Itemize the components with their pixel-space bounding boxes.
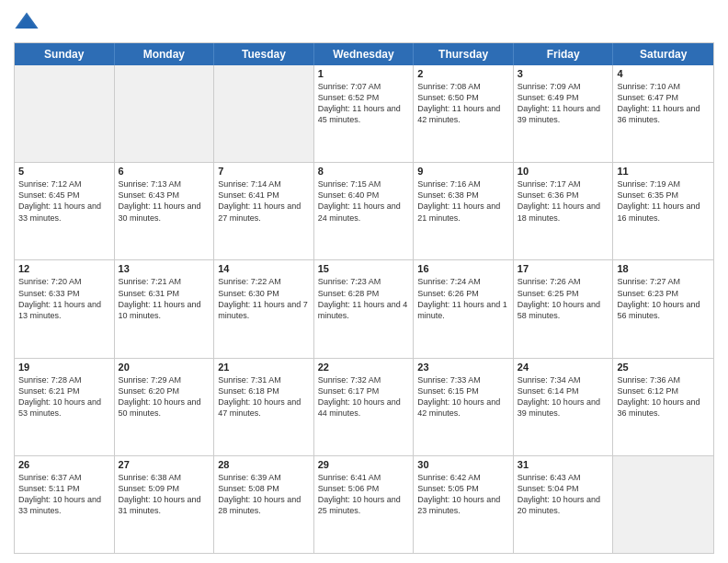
day-number: 24 [518, 362, 609, 373]
calendar-cell: 1Sunrise: 7:07 AM Sunset: 6:52 PM Daylig… [314, 65, 415, 162]
cell-info: Sunrise: 7:20 AM Sunset: 6:33 PM Dayligh… [18, 276, 110, 321]
calendar-row-3: 19Sunrise: 7:28 AM Sunset: 6:21 PM Dayli… [15, 358, 713, 455]
calendar-cell: 21Sunrise: 7:31 AM Sunset: 6:18 PM Dayli… [214, 359, 314, 455]
calendar-cell: 15Sunrise: 7:23 AM Sunset: 6:28 PM Dayli… [314, 260, 415, 357]
calendar-cell: 14Sunrise: 7:22 AM Sunset: 6:30 PM Dayli… [214, 260, 314, 357]
calendar-row-0: 1Sunrise: 7:07 AM Sunset: 6:52 PM Daylig… [15, 65, 713, 162]
cell-info: Sunrise: 7:14 AM Sunset: 6:41 PM Dayligh… [218, 178, 310, 224]
calendar-cell: 26Sunrise: 6:37 AM Sunset: 5:11 PM Dayli… [15, 456, 115, 553]
calendar-cell: 3Sunrise: 7:09 AM Sunset: 6:49 PM Daylig… [514, 65, 614, 162]
calendar-cell: 7Sunrise: 7:14 AM Sunset: 6:41 PM Daylig… [214, 163, 314, 259]
day-number: 27 [119, 459, 210, 470]
cell-info: Sunrise: 7:31 AM Sunset: 6:18 PM Dayligh… [218, 374, 310, 419]
calendar-cell: 17Sunrise: 7:26 AM Sunset: 6:25 PM Dayli… [514, 260, 614, 357]
cell-info: Sunrise: 7:26 AM Sunset: 6:25 PM Dayligh… [518, 276, 609, 321]
calendar-header: SundayMondayTuesdayWednesdayThursdayFrid… [15, 43, 713, 65]
page: SundayMondayTuesdayWednesdayThursdayFrid… [0, 0, 728, 563]
calendar-cell [613, 456, 713, 553]
cell-info: Sunrise: 6:41 AM Sunset: 5:06 PM Dayligh… [318, 472, 410, 517]
cell-info: Sunrise: 7:32 AM Sunset: 6:17 PM Dayligh… [318, 374, 410, 419]
cell-info: Sunrise: 7:22 AM Sunset: 6:30 PM Dayligh… [218, 276, 310, 321]
calendar-cell: 20Sunrise: 7:29 AM Sunset: 6:20 PM Dayli… [115, 359, 215, 455]
cell-info: Sunrise: 7:24 AM Sunset: 6:26 PM Dayligh… [417, 276, 509, 321]
calendar-cell: 12Sunrise: 7:20 AM Sunset: 6:33 PM Dayli… [15, 260, 115, 357]
day-number: 11 [617, 166, 710, 177]
day-number: 12 [18, 263, 110, 274]
day-number: 20 [119, 362, 210, 373]
day-number: 30 [417, 459, 509, 470]
day-number: 4 [617, 68, 710, 79]
calendar: SundayMondayTuesdayWednesdayThursdayFrid… [14, 42, 714, 554]
calendar-cell: 2Sunrise: 7:08 AM Sunset: 6:50 PM Daylig… [414, 65, 514, 162]
calendar-cell: 27Sunrise: 6:38 AM Sunset: 5:09 PM Dayli… [115, 456, 215, 553]
day-number: 10 [518, 166, 609, 177]
day-number: 13 [119, 263, 210, 274]
calendar-cell: 29Sunrise: 6:41 AM Sunset: 5:06 PM Dayli… [314, 456, 415, 553]
cell-info: Sunrise: 6:38 AM Sunset: 5:09 PM Dayligh… [119, 472, 210, 517]
day-number: 6 [119, 166, 210, 177]
calendar-cell: 19Sunrise: 7:28 AM Sunset: 6:21 PM Dayli… [15, 359, 115, 455]
header-day-wednesday: Wednesday [314, 43, 415, 65]
cell-info: Sunrise: 6:39 AM Sunset: 5:08 PM Dayligh… [218, 472, 310, 517]
logo [14, 9, 43, 35]
day-number: 23 [417, 362, 509, 373]
cell-info: Sunrise: 7:19 AM Sunset: 6:35 PM Dayligh… [617, 178, 710, 224]
day-number: 17 [518, 263, 609, 274]
day-number: 22 [318, 362, 410, 373]
cell-info: Sunrise: 7:33 AM Sunset: 6:15 PM Dayligh… [417, 374, 509, 419]
calendar-cell: 13Sunrise: 7:21 AM Sunset: 6:31 PM Dayli… [115, 260, 215, 357]
cell-info: Sunrise: 7:29 AM Sunset: 6:20 PM Dayligh… [119, 374, 210, 419]
day-number: 26 [18, 459, 110, 470]
calendar-cell: 5Sunrise: 7:12 AM Sunset: 6:45 PM Daylig… [15, 163, 115, 259]
day-number: 8 [318, 166, 410, 177]
day-number: 2 [417, 68, 509, 79]
cell-info: Sunrise: 7:12 AM Sunset: 6:45 PM Dayligh… [18, 178, 110, 224]
day-number: 28 [218, 459, 310, 470]
calendar-cell: 25Sunrise: 7:36 AM Sunset: 6:12 PM Dayli… [613, 359, 713, 455]
calendar-cell: 8Sunrise: 7:15 AM Sunset: 6:40 PM Daylig… [314, 163, 415, 259]
calendar-cell: 23Sunrise: 7:33 AM Sunset: 6:15 PM Dayli… [414, 359, 514, 455]
calendar-cell [214, 65, 314, 162]
day-number: 25 [617, 362, 710, 373]
cell-info: Sunrise: 7:27 AM Sunset: 6:23 PM Dayligh… [617, 276, 710, 321]
header-day-monday: Monday [115, 43, 215, 65]
header-day-saturday: Saturday [613, 43, 713, 65]
cell-info: Sunrise: 7:10 AM Sunset: 6:47 PM Dayligh… [617, 81, 710, 126]
header-day-thursday: Thursday [414, 43, 514, 65]
cell-info: Sunrise: 7:08 AM Sunset: 6:50 PM Dayligh… [417, 81, 509, 126]
header-day-sunday: Sunday [15, 43, 115, 65]
cell-info: Sunrise: 7:28 AM Sunset: 6:21 PM Dayligh… [18, 374, 110, 419]
calendar-cell: 10Sunrise: 7:17 AM Sunset: 6:36 PM Dayli… [514, 163, 614, 259]
logo-icon [14, 9, 40, 35]
day-number: 3 [518, 68, 609, 79]
day-number: 14 [218, 263, 310, 274]
calendar-row-4: 26Sunrise: 6:37 AM Sunset: 5:11 PM Dayli… [15, 455, 713, 553]
cell-info: Sunrise: 6:37 AM Sunset: 5:11 PM Dayligh… [18, 472, 110, 517]
header-day-tuesday: Tuesday [214, 43, 314, 65]
cell-info: Sunrise: 6:42 AM Sunset: 5:05 PM Dayligh… [417, 472, 509, 517]
cell-info: Sunrise: 6:43 AM Sunset: 5:04 PM Dayligh… [518, 472, 609, 517]
day-number: 5 [18, 166, 110, 177]
day-number: 7 [218, 166, 310, 177]
header-day-friday: Friday [514, 43, 614, 65]
calendar-cell: 6Sunrise: 7:13 AM Sunset: 6:43 PM Daylig… [115, 163, 215, 259]
calendar-cell: 31Sunrise: 6:43 AM Sunset: 5:04 PM Dayli… [514, 456, 614, 553]
calendar-cell [115, 65, 215, 162]
calendar-cell: 4Sunrise: 7:10 AM Sunset: 6:47 PM Daylig… [613, 65, 713, 162]
calendar-cell: 16Sunrise: 7:24 AM Sunset: 6:26 PM Dayli… [414, 260, 514, 357]
cell-info: Sunrise: 7:09 AM Sunset: 6:49 PM Dayligh… [518, 81, 609, 126]
cell-info: Sunrise: 7:36 AM Sunset: 6:12 PM Dayligh… [617, 374, 710, 419]
calendar-cell: 11Sunrise: 7:19 AM Sunset: 6:35 PM Dayli… [613, 163, 713, 259]
day-number: 1 [318, 68, 410, 79]
day-number: 18 [617, 263, 710, 274]
cell-info: Sunrise: 7:15 AM Sunset: 6:40 PM Dayligh… [318, 178, 410, 224]
calendar-cell: 22Sunrise: 7:32 AM Sunset: 6:17 PM Dayli… [314, 359, 415, 455]
calendar-cell: 9Sunrise: 7:16 AM Sunset: 6:38 PM Daylig… [414, 163, 514, 259]
cell-info: Sunrise: 7:07 AM Sunset: 6:52 PM Dayligh… [318, 81, 410, 126]
day-number: 31 [518, 459, 609, 470]
calendar-cell [15, 65, 115, 162]
day-number: 29 [318, 459, 410, 470]
calendar-cell: 28Sunrise: 6:39 AM Sunset: 5:08 PM Dayli… [214, 456, 314, 553]
day-number: 21 [218, 362, 310, 373]
calendar-cell: 24Sunrise: 7:34 AM Sunset: 6:14 PM Dayli… [514, 359, 614, 455]
